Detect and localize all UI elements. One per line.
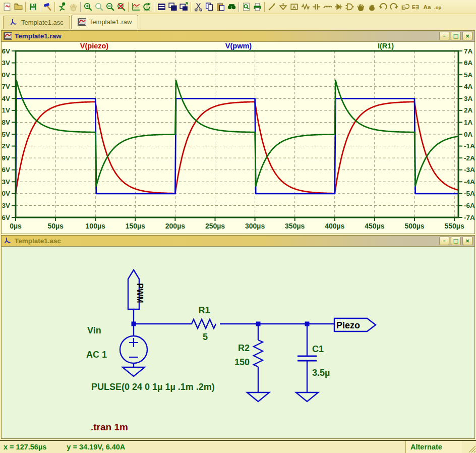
close-button[interactable]: × bbox=[462, 32, 472, 40]
toolbar-separator bbox=[264, 2, 265, 12]
tab-label: Template1.raw bbox=[89, 18, 132, 26]
paste-icon[interactable] bbox=[215, 1, 226, 13]
move-icon[interactable] bbox=[355, 1, 366, 13]
tab-label: Template1.asc bbox=[21, 19, 64, 26]
resize-grip[interactable] bbox=[462, 441, 476, 453]
place-ground-icon[interactable] bbox=[277, 1, 288, 13]
vin-name-label[interactable]: Vin bbox=[87, 325, 101, 335]
print-preview-icon[interactable] bbox=[241, 1, 252, 13]
svg-text:E∃: E∃ bbox=[412, 4, 419, 10]
rotate-icon[interactable]: E bbox=[399, 1, 410, 13]
r1-value-label[interactable]: 5 bbox=[203, 332, 208, 342]
place-text-icon[interactable]: Aa bbox=[422, 1, 433, 13]
legend-V(pwm)[interactable]: V(pwm) bbox=[225, 42, 252, 50]
spice-directive-text[interactable]: .tran 1m bbox=[91, 422, 128, 432]
flag-label-piezo[interactable]: Piezo bbox=[336, 320, 360, 330]
r2-value-label[interactable]: 150 bbox=[234, 357, 250, 367]
cascade-windows-icon[interactable] bbox=[178, 1, 189, 13]
legend-I(R1)[interactable]: I(R1) bbox=[378, 42, 394, 50]
svg-text:350µs: 350µs bbox=[285, 222, 305, 230]
svg-text:-7A: -7A bbox=[464, 214, 474, 221]
svg-text:450µs: 450µs bbox=[365, 222, 384, 230]
place-inductor-icon[interactable] bbox=[322, 1, 333, 13]
save-icon[interactable] bbox=[27, 1, 38, 13]
component-vin-voltage-source[interactable] bbox=[120, 324, 147, 367]
svg-text:7A: 7A bbox=[464, 47, 473, 55]
svg-text:21V: 21V bbox=[2, 106, 10, 114]
svg-text:-6A: -6A bbox=[464, 202, 474, 209]
zoom-back-icon[interactable] bbox=[93, 1, 104, 13]
waveform-file-icon bbox=[4, 32, 12, 40]
cut-icon[interactable] bbox=[193, 1, 204, 13]
draw-wire-icon[interactable] bbox=[266, 1, 277, 13]
close-button[interactable]: × bbox=[462, 237, 472, 245]
maximize-button[interactable]: □ bbox=[451, 237, 461, 245]
svg-text:-2A: -2A bbox=[464, 154, 474, 162]
vin-ac-label[interactable]: AC 1 bbox=[86, 350, 107, 360]
toolbar-separator bbox=[54, 2, 55, 12]
svg-text:50µs: 50µs bbox=[47, 222, 64, 230]
tile-horizontal-icon[interactable] bbox=[156, 1, 167, 13]
minimize-button[interactable]: – bbox=[439, 237, 449, 245]
run-simulation-icon[interactable] bbox=[56, 1, 68, 13]
svg-text:100µs: 100µs bbox=[86, 222, 105, 230]
ground-symbol[interactable] bbox=[296, 392, 318, 402]
svg-text:0V: 0V bbox=[2, 190, 10, 197]
minimize-button[interactable]: – bbox=[439, 32, 449, 40]
toolbar-separator bbox=[80, 2, 81, 12]
ground-symbol[interactable] bbox=[123, 367, 145, 376]
waveform-plot[interactable]: 36V33V30V27V24V21V18V15V12V9V6V3V0V-3V-6… bbox=[2, 42, 474, 234]
tab-template1-raw[interactable]: Template1.raw bbox=[71, 15, 139, 29]
waveform-window-titlebar[interactable]: Template1.raw – □ × bbox=[2, 31, 474, 42]
tile-vertical-icon[interactable] bbox=[167, 1, 178, 13]
r1-name-label[interactable]: R1 bbox=[198, 305, 210, 315]
component-c1[interactable] bbox=[298, 324, 317, 392]
open-file-icon[interactable] bbox=[13, 1, 24, 13]
drag-icon[interactable] bbox=[366, 1, 377, 13]
undo-icon[interactable] bbox=[377, 1, 388, 13]
r2-name-label[interactable]: R2 bbox=[238, 343, 250, 353]
svg-text:-5A: -5A bbox=[464, 190, 474, 197]
svg-text:3A: 3A bbox=[464, 95, 473, 102]
junction-dot bbox=[132, 322, 136, 326]
component-r1[interactable] bbox=[192, 319, 216, 328]
ground-symbol[interactable] bbox=[247, 392, 269, 402]
axis-mode-indicator: Alternate bbox=[405, 441, 462, 453]
flag-label-pwm[interactable]: PWM bbox=[136, 283, 144, 303]
mirror-icon[interactable]: E∃ bbox=[410, 1, 422, 13]
tab-template1-asc[interactable]: Template1.asc bbox=[3, 16, 70, 29]
svg-text:-3V: -3V bbox=[2, 202, 10, 209]
zoom-full-extents-icon[interactable] bbox=[115, 1, 127, 13]
copy-icon[interactable] bbox=[204, 1, 215, 13]
halt-simulation-icon[interactable] bbox=[68, 1, 79, 13]
c1-value-label[interactable]: 3.5µ bbox=[312, 368, 330, 378]
window-title: Template1.asc bbox=[15, 237, 437, 245]
zoom-out-icon[interactable] bbox=[104, 1, 115, 13]
redo-icon[interactable] bbox=[388, 1, 399, 13]
schematic-window-titlebar[interactable]: Template1.asc – □ × bbox=[2, 236, 474, 247]
place-diode-icon[interactable] bbox=[333, 1, 344, 13]
print-icon[interactable] bbox=[252, 1, 263, 13]
place-component-icon[interactable] bbox=[344, 1, 355, 13]
svg-text:0µs: 0µs bbox=[10, 222, 22, 230]
place-resistor-icon[interactable] bbox=[300, 1, 311, 13]
svg-text:Aa: Aa bbox=[423, 4, 431, 10]
control-panel-icon[interactable] bbox=[42, 1, 53, 13]
find-icon[interactable] bbox=[226, 1, 237, 13]
new-schematic-icon[interactable] bbox=[2, 1, 13, 13]
spice-directive-icon[interactable]: .op bbox=[433, 1, 444, 13]
legend-V(piezo)[interactable]: V(piezo) bbox=[80, 42, 109, 50]
waveform-window: Template1.raw – □ × 36V33V30V27V24V21V18… bbox=[1, 30, 475, 234]
maximize-button[interactable]: □ bbox=[451, 32, 461, 40]
c1-name-label[interactable]: C1 bbox=[312, 344, 324, 354]
plot-background bbox=[2, 42, 474, 234]
label-net-icon[interactable]: A bbox=[288, 1, 300, 13]
autorange-y-axis-icon[interactable] bbox=[130, 1, 141, 13]
svg-text:18V: 18V bbox=[2, 119, 10, 126]
schematic-canvas[interactable]: PWM Piezo Vin AC 1 PULSE(0 24 0 1µ 1µ .1… bbox=[2, 247, 474, 438]
component-r2[interactable] bbox=[254, 324, 263, 392]
vin-pulse-label[interactable]: PULSE(0 24 0 1µ 1µ .1m .2m) bbox=[91, 382, 215, 392]
zoom-in-icon[interactable] bbox=[82, 1, 93, 13]
autorange-axes-icon[interactable] bbox=[141, 1, 152, 13]
place-capacitor-icon[interactable] bbox=[311, 1, 322, 13]
